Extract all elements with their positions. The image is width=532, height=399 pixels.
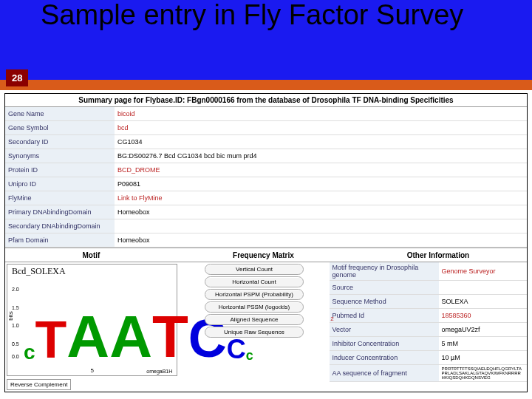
motif-name: Bcd_SOLEXA: [7, 265, 177, 279]
motif-header: Motif: [5, 248, 177, 262]
freq-header: Frequency Matrix: [177, 248, 349, 262]
info-value: [439, 281, 527, 295]
motif-subtext: omegaB1H: [146, 369, 172, 374]
field-value: P09081: [115, 177, 527, 191]
entry-panel: Summary page for Flybase.ID: FBgn0000166…: [4, 93, 528, 392]
info-label: Vector: [330, 323, 439, 337]
field-value: CG1034: [115, 135, 527, 149]
info-table: Motif frequency in Drosophila genomeGeno…: [330, 262, 527, 382]
slide-title: Sample entry in Fly Factor Survey: [41, 0, 463, 33]
field-label: Gene Symbol: [5, 121, 115, 135]
info-value: omegaUV2zf: [439, 323, 527, 337]
field-value[interactable]: bicoid: [115, 107, 527, 121]
y-axis-label: bits: [7, 311, 14, 320]
field-label: Gene Name: [5, 107, 115, 121]
x-axis-label: 5: [90, 367, 93, 374]
summary-suffix: from the database of Drosophila TF DNA-b…: [235, 96, 454, 104]
field-value[interactable]: BCD_DROME: [115, 163, 527, 177]
ytick: 0.5: [12, 341, 19, 347]
matrix-button[interactable]: Horizontal PSPM (Probability): [205, 289, 304, 300]
info-value: 10 µM: [439, 351, 527, 365]
info-value: SOLEXA: [439, 295, 527, 309]
info-value: PRRTRTTFTSSQIAELEQHFLQGRYLTAPRLADLSAKLAL…: [439, 365, 527, 382]
info-label: Motif frequency in Drosophila genome: [330, 262, 439, 281]
matrix-button[interactable]: Aligned Sequence: [205, 314, 304, 325]
info-label: Pubmed Id: [330, 309, 439, 323]
sequence-logo: c T A A T C C c: [24, 287, 174, 361]
field-label: Protein ID: [5, 163, 115, 177]
summary-id: FBgn0000166: [187, 96, 234, 104]
frequency-buttons-column: 2 Vertical CountHorizontal CountHorizont…: [179, 262, 329, 392]
field-value[interactable]: bcd: [115, 121, 527, 135]
ytick: 1.5: [12, 305, 19, 310]
matrix-button[interactable]: Unique Raw Sequence: [205, 327, 304, 338]
section-header-row: Motif Frequency Matrix Other Information: [5, 248, 527, 262]
matrix-button[interactable]: Horizontal Count: [205, 276, 304, 287]
info-value[interactable]: Genome Surveyor: [439, 262, 527, 281]
fields-table: Gene NamebicoidGene SymbolbcdSecondary I…: [5, 107, 527, 248]
field-label: Secondary DNAbindingDomain: [5, 219, 115, 233]
ytick: 2.0: [12, 287, 19, 292]
field-value[interactable]: Link to FlyMine: [115, 191, 527, 205]
motif-logo-panel: Bcd_SOLEXA 2.0 1.5 1.0 0.5 0.0 bits c T …: [7, 264, 177, 376]
field-value: BG:DS00276.7 Bcd CG1034 bcd bic mum prd4: [115, 149, 527, 163]
field-value: [115, 219, 527, 233]
info-label: Sequence Method: [330, 295, 439, 309]
field-label: Secondary ID: [5, 135, 115, 149]
summary-header: Summary page for Flybase.ID: FBgn0000166…: [5, 94, 527, 107]
matrix-button[interactable]: Vertical Count: [205, 264, 304, 275]
info-label: Source: [330, 281, 439, 295]
ytick: 0.0: [12, 354, 19, 359]
info-label: AA sequence of fragment: [330, 365, 439, 382]
ytick: 1.0: [12, 323, 19, 328]
link-2[interactable]: 2: [330, 316, 333, 322]
matrix-button[interactable]: Horizontal PSSM (logodds): [205, 301, 304, 313]
field-label: Synonyms: [5, 149, 115, 163]
info-value[interactable]: 18585360: [439, 309, 527, 323]
field-value: Homeobox: [115, 205, 527, 219]
field-label: Unipro ID: [5, 177, 115, 191]
slide-number: 28: [6, 69, 28, 86]
info-label: Inhibitor Concentration: [330, 337, 439, 351]
summary-prefix: Summary page for Flybase.ID:: [78, 96, 187, 104]
field-label: Primary DNAbindingDomain: [5, 205, 115, 219]
info-label: Inducer Concentration: [330, 351, 439, 365]
field-value: Homeobox: [115, 233, 527, 248]
field-label: Pfam Domain: [5, 233, 115, 248]
field-label: FlyMine: [5, 191, 115, 205]
reverse-complement-button[interactable]: Reverse Complement: [7, 379, 71, 390]
other-header: Other Information: [349, 248, 527, 262]
info-value: 5 mM: [439, 337, 527, 351]
